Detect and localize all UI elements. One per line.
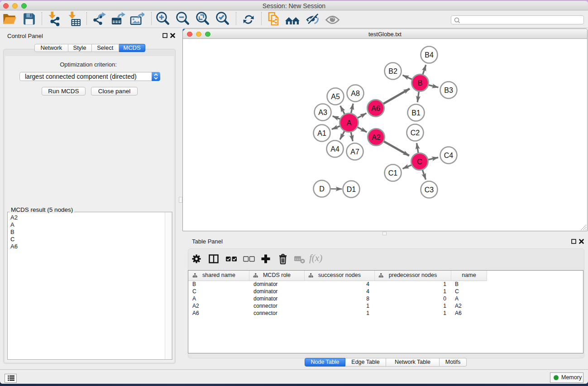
svg-text:A2: A2 <box>372 133 381 141</box>
svg-text:C3: C3 <box>425 186 434 194</box>
svg-text:B: B <box>418 79 423 87</box>
svg-text:C2: C2 <box>411 129 420 137</box>
svg-text:A3: A3 <box>318 109 327 116</box>
svg-text:A7: A7 <box>350 148 359 156</box>
svg-text:C1: C1 <box>388 169 398 177</box>
svg-text:A8: A8 <box>351 90 360 97</box>
svg-text:A6: A6 <box>371 105 380 112</box>
svg-text:A5: A5 <box>331 93 340 100</box>
svg-text:C4: C4 <box>444 152 454 159</box>
svg-text:D: D <box>319 185 325 193</box>
svg-text:A: A <box>347 119 352 127</box>
svg-text:D1: D1 <box>347 186 356 193</box>
svg-text:B3: B3 <box>444 86 453 94</box>
svg-text:A4: A4 <box>330 145 339 153</box>
svg-text:B1: B1 <box>411 109 421 117</box>
svg-text:C: C <box>417 158 422 166</box>
svg-text:B2: B2 <box>388 67 397 75</box>
svg-text:B4: B4 <box>425 51 434 59</box>
svg-text:A1: A1 <box>317 129 326 137</box>
